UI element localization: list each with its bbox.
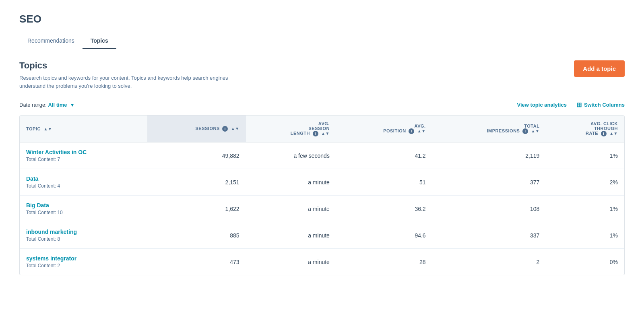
toolbar-right: View topic analytics ⊞ Switch Columns (517, 101, 625, 109)
cell-total-impressions-2: 108 (432, 196, 546, 222)
cell-avg-position-4: 28 (336, 249, 432, 275)
cell-sessions-0: 49,882 (147, 142, 246, 169)
topic-name-4[interactable]: systems integrator (26, 255, 141, 262)
cell-avg-ctr-2: 1% (546, 196, 624, 222)
add-topic-button[interactable]: Add a topic (574, 60, 625, 77)
table-header-row: TOPIC ▲▼ SESSIONS i ▲▼ AVG.SESSIONLENGTH… (20, 116, 624, 142)
tab-topics[interactable]: Topics (83, 33, 116, 49)
cell-topic-0: Winter Activities in OC Total Content: 7 (20, 142, 147, 169)
sort-icon-topic: ▲▼ (43, 127, 52, 131)
cell-avg-session-length-2: a minute (246, 196, 336, 222)
col-sessions[interactable]: SESSIONS i ▲▼ (147, 116, 246, 142)
toolbar: Date range: All time ▼ View topic analyt… (19, 101, 625, 109)
sort-icon-avg-position: ▲▼ (417, 129, 426, 133)
section-description: Research topics and keywords for your co… (19, 74, 228, 90)
topic-name-3[interactable]: inbound marketing (26, 229, 141, 235)
columns-icon: ⊞ (576, 101, 582, 109)
cell-avg-session-length-4: a minute (246, 249, 336, 275)
section-intro: Topics Research topics and keywords for … (19, 60, 228, 90)
cell-sessions-2: 1,622 (147, 196, 246, 222)
topic-content-count-4: Total Content: 2 (26, 263, 141, 268)
info-icon-ctr: i (601, 131, 607, 136)
cell-avg-ctr-3: 1% (546, 222, 624, 249)
topic-name-0[interactable]: Winter Activities in OC (26, 149, 141, 155)
topic-name-1[interactable]: Data (26, 175, 141, 182)
topic-content-count-2: Total Content: 10 (26, 210, 141, 215)
cell-total-impressions-0: 2,119 (432, 142, 546, 169)
cell-sessions-4: 473 (147, 249, 246, 275)
info-icon-session-length: i (313, 131, 318, 136)
topic-content-count-0: Total Content: 7 (26, 157, 141, 162)
table-row: inbound marketing Total Content: 8 885 a… (20, 222, 624, 249)
table-row: systems integrator Total Content: 2 473 … (20, 249, 624, 275)
cell-avg-session-length-0: a few seconds (246, 142, 336, 169)
tabs-bar: Recommendations Topics (19, 33, 625, 49)
cell-total-impressions-3: 337 (432, 222, 546, 249)
cell-avg-position-2: 36.2 (336, 196, 432, 222)
cell-total-impressions-1: 377 (432, 169, 546, 196)
table-row: Data Total Content: 4 2,151 a minute 51 … (20, 169, 624, 196)
cell-avg-position-3: 94.6 (336, 222, 432, 249)
date-range-control: Date range: All time ▼ (19, 102, 74, 108)
info-icon-avg-position: i (409, 128, 414, 134)
view-topic-analytics-link[interactable]: View topic analytics (517, 102, 567, 108)
col-topic[interactable]: TOPIC ▲▼ (20, 116, 147, 142)
page-title: SEO (19, 13, 625, 25)
topic-name-2[interactable]: Big Data (26, 202, 141, 208)
chevron-down-icon: ▼ (70, 103, 74, 107)
section-title: Topics (19, 60, 228, 71)
cell-topic-4: systems integrator Total Content: 2 (20, 249, 147, 275)
section-header: Topics Research topics and keywords for … (19, 60, 625, 90)
date-range-value[interactable]: All time ▼ (48, 102, 74, 108)
col-avg-ctr[interactable]: AVG. CLICKTHROUGHRATE i ▲▼ (546, 116, 624, 142)
cell-avg-position-1: 51 (336, 169, 432, 196)
cell-topic-1: Data Total Content: 4 (20, 169, 147, 196)
info-icon-impressions: i (522, 128, 528, 134)
cell-avg-position-0: 41.2 (336, 142, 432, 169)
table-row: Big Data Total Content: 10 1,622 a minut… (20, 196, 624, 222)
date-range-label: Date range: (19, 102, 47, 108)
sort-icon-impressions: ▲▼ (531, 129, 540, 133)
col-total-impressions[interactable]: TOTALIMPRESSIONS i ▲▼ (432, 116, 546, 142)
cell-sessions-1: 2,151 (147, 169, 246, 196)
sort-icon-session-length: ▲▼ (321, 132, 330, 136)
tab-recommendations[interactable]: Recommendations (19, 33, 83, 49)
cell-topic-3: inbound marketing Total Content: 8 (20, 222, 147, 249)
info-icon-sessions: i (222, 126, 228, 132)
col-avg-session-length[interactable]: AVG.SESSIONLENGTH i ▲▼ (246, 116, 336, 142)
switch-columns-button[interactable]: ⊞ Switch Columns (576, 101, 625, 109)
cell-avg-session-length-3: a minute (246, 222, 336, 249)
topics-table-wrapper: TOPIC ▲▼ SESSIONS i ▲▼ AVG.SESSIONLENGTH… (19, 115, 625, 275)
cell-avg-ctr-4: 0% (546, 249, 624, 275)
topics-table: TOPIC ▲▼ SESSIONS i ▲▼ AVG.SESSIONLENGTH… (20, 116, 624, 275)
topic-content-count-3: Total Content: 8 (26, 236, 141, 242)
sort-icon-sessions: ▲▼ (231, 127, 239, 131)
topic-content-count-1: Total Content: 4 (26, 183, 141, 189)
col-avg-position[interactable]: AVG.POSITION i ▲▼ (336, 116, 432, 142)
table-row: Winter Activities in OC Total Content: 7… (20, 142, 624, 169)
cell-sessions-3: 885 (147, 222, 246, 249)
cell-topic-2: Big Data Total Content: 10 (20, 196, 147, 222)
cell-avg-ctr-1: 2% (546, 169, 624, 196)
cell-avg-ctr-0: 1% (546, 142, 624, 169)
table-body: Winter Activities in OC Total Content: 7… (20, 142, 624, 275)
sort-icon-ctr: ▲▼ (609, 132, 618, 136)
cell-avg-session-length-1: a minute (246, 169, 336, 196)
table-header: TOPIC ▲▼ SESSIONS i ▲▼ AVG.SESSIONLENGTH… (20, 116, 624, 142)
cell-total-impressions-4: 2 (432, 249, 546, 275)
page-wrapper: SEO Recommendations Topics Topics Resear… (0, 0, 644, 288)
